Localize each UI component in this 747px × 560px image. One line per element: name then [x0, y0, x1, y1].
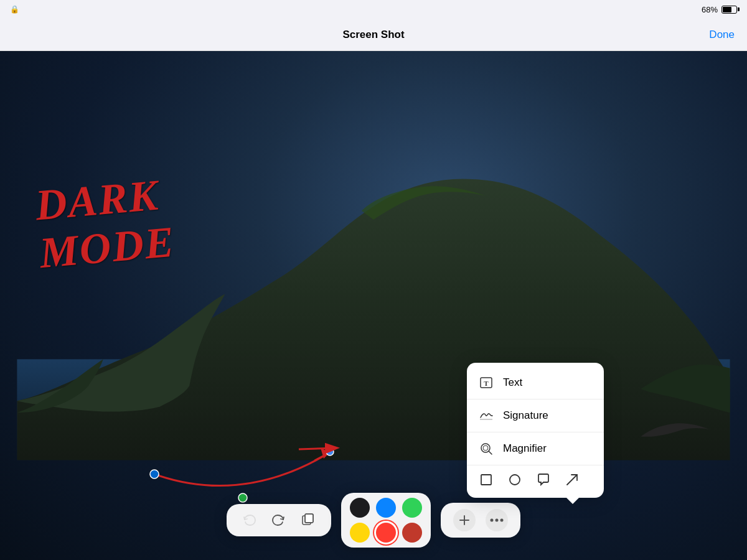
- status-bar: 🔒 68%: [0, 0, 747, 19]
- color-row-bottom: [350, 523, 422, 543]
- svg-rect-13: [481, 475, 491, 485]
- drawing-overlay: [0, 51, 747, 560]
- status-left: 🔒: [10, 5, 72, 14]
- main-content: DARKMODE: [0, 51, 747, 560]
- bottom-toolbar: [0, 493, 747, 548]
- add-button[interactable]: [453, 509, 476, 531]
- svg-line-15: [567, 475, 577, 485]
- svg-point-11: [483, 446, 488, 450]
- color-palette: [341, 493, 431, 548]
- color-red-dark[interactable]: [402, 523, 422, 543]
- battery-fill: [723, 7, 731, 12]
- nav-bar: Screen Shot Done: [0, 19, 747, 51]
- shapes-row[interactable]: [467, 465, 604, 494]
- square-shape-icon[interactable]: [478, 472, 494, 488]
- lock-icon: 🔒: [10, 5, 19, 14]
- svg-point-3: [150, 470, 159, 478]
- svg-marker-2: [321, 448, 330, 459]
- speech-bubble-shape-icon[interactable]: [535, 472, 552, 488]
- svg-point-23: [500, 519, 504, 522]
- popup-menu: T Text Signature: [467, 363, 604, 498]
- text-icon: T: [478, 375, 494, 391]
- duplicate-button[interactable]: [299, 510, 319, 530]
- menu-item-text[interactable]: T Text: [467, 366, 604, 399]
- arrow-shape-icon[interactable]: [564, 472, 580, 488]
- svg-rect-0: [17, 360, 730, 460]
- color-blue[interactable]: [376, 498, 396, 518]
- signature-icon: [478, 408, 494, 424]
- svg-line-6: [299, 448, 336, 449]
- menu-item-magnifier[interactable]: Magnifier: [467, 432, 604, 465]
- dark-mode-annotation: DARKMODE: [34, 170, 177, 277]
- magnifier-icon: [478, 441, 494, 457]
- undo-button[interactable]: [239, 510, 259, 530]
- redo-button[interactable]: [269, 510, 289, 530]
- text-label: Text: [503, 376, 522, 389]
- svg-point-14: [510, 475, 520, 485]
- signature-label: Signature: [503, 409, 548, 422]
- undo-redo-pill: [227, 504, 331, 536]
- color-green[interactable]: [402, 498, 422, 518]
- svg-point-21: [491, 519, 494, 522]
- color-black[interactable]: [350, 498, 370, 518]
- svg-line-1: [314, 452, 330, 460]
- svg-text:T: T: [484, 380, 489, 387]
- battery-percent: 68%: [702, 5, 718, 14]
- more-button[interactable]: [486, 509, 508, 531]
- color-row-top: [350, 498, 422, 518]
- svg-rect-17: [305, 514, 313, 523]
- circle-shape-icon[interactable]: [507, 472, 523, 488]
- magnifier-label: Magnifier: [503, 442, 547, 455]
- done-button[interactable]: Done: [709, 29, 735, 41]
- status-right: 68%: [702, 5, 737, 14]
- nav-title: Screen Shot: [342, 29, 404, 41]
- menu-item-signature[interactable]: Signature: [467, 399, 604, 432]
- svg-point-5: [326, 448, 334, 455]
- color-yellow[interactable]: [350, 523, 370, 543]
- canvas-area[interactable]: DARKMODE: [0, 51, 747, 560]
- svg-point-22: [496, 519, 499, 522]
- color-red-selected[interactable]: [376, 523, 396, 543]
- action-pill: [441, 503, 520, 538]
- battery-icon: [721, 6, 737, 14]
- svg-line-12: [489, 451, 492, 454]
- background-island-svg: [0, 104, 747, 460]
